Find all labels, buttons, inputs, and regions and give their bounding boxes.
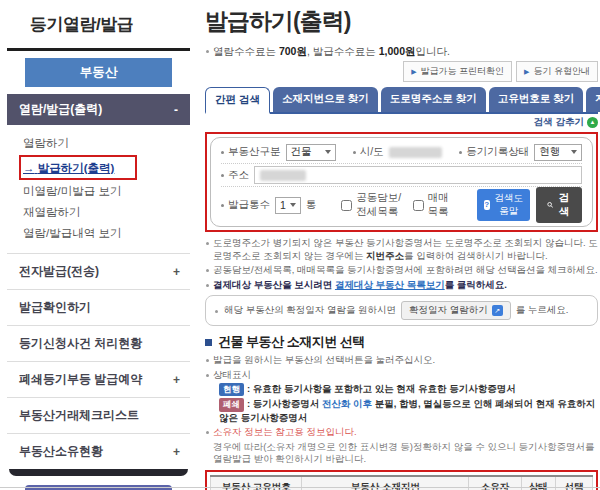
chevron-down-icon: [571, 150, 577, 154]
search-notes: 도로명주소가 병기되지 않은 부동산 등기사항증명서는 도로명주소로 조회되지 …: [205, 237, 598, 291]
question-mark-icon: ?: [484, 200, 490, 210]
address-input[interactable]: [254, 166, 582, 184]
printer-check-button[interactable]: ▶ 발급가능 프린터확인: [403, 61, 512, 82]
sidebar-item-electronic-issue[interactable]: 전자발급(전송)+: [7, 253, 190, 289]
property-type-select[interactable]: 건물: [286, 144, 336, 161]
page: 등기열람/발급 부동산 열람/발급(출력) - 열람하기 → 발급하기(출력) …: [0, 0, 600, 490]
collapse-up-icon[interactable]: ▲: [587, 117, 598, 128]
copies-unit: 통: [306, 198, 317, 212]
square-bullet-icon: [205, 339, 212, 346]
tab-lot-number[interactable]: 소재지번으로 찾기: [273, 87, 378, 112]
sido-select-redacted[interactable]: [389, 147, 443, 158]
address-label: 주소: [221, 168, 249, 182]
owner-info-warning: 소유자 정보는 참고용 정보입니다.: [205, 426, 598, 439]
expand-plus-icon: +: [173, 445, 180, 459]
search-button[interactable]: 검색: [536, 187, 583, 223]
registry-status-label: 등기기록상태: [459, 145, 529, 159]
hide-search-row: 검색 감추기 ▲: [205, 116, 598, 129]
owner-info-warning-detail: 경우에 따라(소유자 개명으로 인한 표시변경 등)정확하지 않을 수 있으니 …: [205, 441, 598, 466]
search-icon: [547, 200, 554, 210]
confirm-date-view-button-top[interactable]: 확정일자 열람하기 ↗: [401, 301, 511, 320]
status-badge-closed: 폐쇄: [219, 398, 244, 411]
sidebar-item-ownership-status[interactable]: 부동산소유현황+: [7, 433, 190, 469]
note-option-check: 공동담보/전세목록, 매매목록을 등기사항증명서에 포함하려면 해당 선택옵션을…: [205, 264, 598, 277]
registry-type-guide-button[interactable]: ▶ 등기 유형안내: [516, 61, 598, 82]
tab-map-search[interactable]: 지도로 찾기: [586, 87, 600, 112]
arrow-right-icon: →: [23, 162, 35, 174]
tab-road-address[interactable]: 도로명주소로 찾기: [381, 87, 486, 112]
sidebar-subitem-reread[interactable]: 재열람하기: [19, 202, 184, 223]
arrow-bullet-icon: ▶: [411, 68, 416, 75]
sidebar-item-transaction-checklist[interactable]: 부동산거래체크리스트: [7, 397, 190, 433]
sidebar-category-real-estate[interactable]: 부동산: [25, 58, 172, 87]
main-content: 발급하기(출력) 열람수수료는 700원, 발급수수료는 1,000원입니다. …: [205, 0, 598, 490]
chevron-down-icon: [290, 203, 296, 207]
sidebar-menu-box: 부동산 열람/발급(출력) - 열람하기 → 발급하기(출력) 미열람/미발급 …: [7, 48, 190, 490]
copies-label: 발급통수: [221, 198, 270, 212]
collapse-minus-icon: -: [174, 103, 178, 117]
sales-list-checkbox[interactable]: 매매목록: [413, 191, 450, 219]
joint-collateral-checkbox[interactable]: 공동담보/전세목록: [341, 191, 407, 219]
sales-list-checkbox-input[interactable]: [413, 200, 424, 211]
property-type-label: 부동산구분: [221, 145, 281, 159]
section-desc: 발급을 원하시는 부동산의 선택버튼을 눌러주십시오.: [205, 354, 598, 367]
sidebar-submenu: 열람하기 → 발급하기(출력) 미열람/미발급 보기 재열람하기 열람/발급내역…: [7, 125, 190, 253]
footer-divider: [0, 487, 600, 488]
expand-plus-icon: +: [173, 373, 180, 387]
hide-search-link[interactable]: 검색 감추기: [534, 116, 584, 129]
section-title: 건물 부동산 소재지번 선택: [205, 333, 598, 351]
sidebar-menu-end-bar: [9, 469, 188, 476]
payment-target-list-link[interactable]: 결제대상 부동산 목록보기: [335, 279, 445, 290]
sido-label: 시/도: [353, 145, 384, 159]
external-link-icon: ↗: [492, 305, 503, 316]
sidebar-group-label: 열람/발급(출력): [19, 101, 102, 118]
search-help-button[interactable]: ? 검색도움말: [477, 189, 531, 221]
sidebar-item-issue-check[interactable]: 발급확인하기: [7, 289, 190, 325]
fee-notice: 열람수수료는 700원, 발급수수료는 1,000원입니다.: [205, 45, 598, 59]
tab-unique-number[interactable]: 고유번호로 찾기: [489, 87, 583, 112]
confirm-date-info-top: 해당 부동산의 확정일자 열람을 원하시면 확정일자 열람하기 ↗ 를 누르세요…: [205, 295, 598, 326]
annotation-box-sidebar: → 발급하기(출력): [19, 155, 137, 180]
sidebar-subitem-history[interactable]: 열람/발급내역 보기: [19, 223, 184, 244]
note-road-address: 도로명주소가 병기되지 않은 부동산 등기사항증명서는 도로명주소로 조회되지 …: [205, 237, 598, 262]
search-form: 부동산구분 건물 시/도 등기기록상태 현행 주소: [210, 137, 593, 227]
arrow-bullet-icon: ▶: [524, 68, 529, 75]
sidebar-title: 등기열람/발급: [0, 0, 200, 48]
search-tabs: 간편 검색 소재지번으로 찾기 도로명주소로 찾기 고유번호로 찾기 지도로 찾…: [205, 87, 598, 114]
sidebar-item-registration-case-status[interactable]: 등기신청사건 처리현황: [7, 325, 190, 361]
annotation-box-search-form: 부동산구분 건물 시/도 등기기록상태 현행 주소: [205, 132, 598, 232]
sidebar-subitem-issue[interactable]: → 발급하기(출력): [23, 161, 114, 175]
chevron-down-icon: [325, 150, 331, 154]
section-notes: 발급을 원하시는 부동산의 선택버튼을 눌러주십시오. 상태표시 현행: 유효한…: [205, 354, 598, 466]
copies-select[interactable]: 1: [275, 197, 301, 214]
legend-closed: 폐쇄: 등기사항증명서 전산화 이후 분필, 합병, 멸실등으로 인해 폐쇄되어…: [219, 398, 598, 424]
header-buttons: ▶ 발급가능 프린터확인 ▶ 등기 유형안내: [205, 61, 598, 82]
sidebar-subitem-unviewed[interactable]: 미열람/미발급 보기: [19, 181, 184, 202]
page-title: 발급하기(출력): [205, 6, 598, 37]
legend-current: 현행: 유효한 등기사항을 포함하고 있는 현재 유효한 등기사항증명서: [219, 383, 598, 396]
tab-simple-search[interactable]: 간편 검색: [205, 87, 270, 114]
sidebar-group-view-issue[interactable]: 열람/발급(출력) -: [7, 94, 190, 125]
registry-status-select[interactable]: 현행: [534, 144, 582, 161]
expand-plus-icon: +: [173, 265, 180, 279]
joint-collateral-checkbox-input[interactable]: [341, 200, 352, 211]
address-value-redacted: [260, 170, 306, 181]
status-legend-label: 상태표시: [205, 369, 598, 382]
sidebar-subitem-view[interactable]: 열람하기: [19, 133, 184, 154]
sidebar: 등기열람/발급 부동산 열람/발급(출력) - 열람하기 → 발급하기(출력) …: [0, 0, 200, 490]
sidebar-item-closed-registry-reservation[interactable]: 폐쇄등기부등 발급예약+: [7, 361, 190, 397]
status-badge-current: 현행: [219, 383, 244, 396]
note-payment-target: 결제대상 부동산을 보시려면 결제대상 부동산 목록보기를 클릭하세요.: [205, 279, 598, 292]
